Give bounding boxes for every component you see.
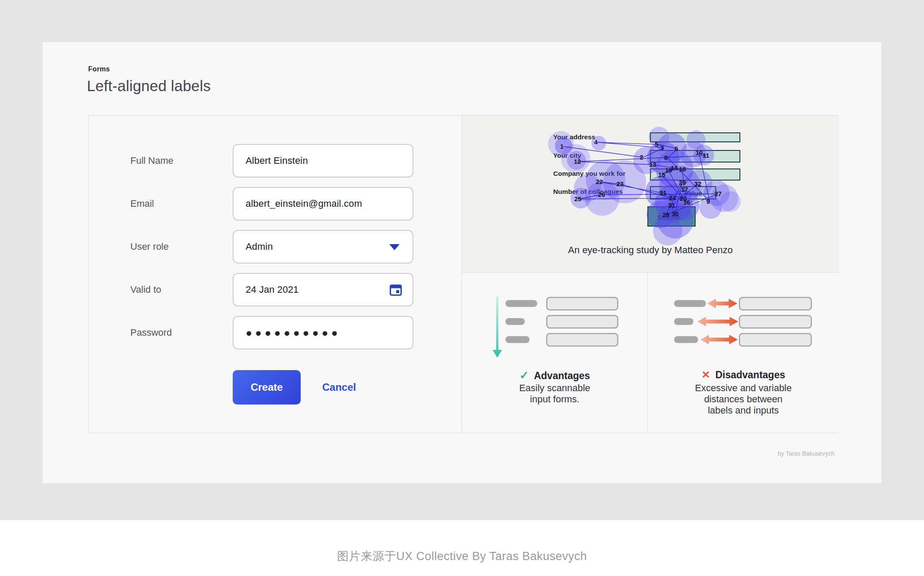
disadvantages-desc-line: labels and inputs xyxy=(648,405,839,416)
placeholder-input-box xyxy=(547,316,618,328)
placeholder-input-box xyxy=(547,297,618,310)
form-row-email: Email albert_einstein@gmail.com xyxy=(89,187,462,221)
disadvantages-title: Disadvantages xyxy=(715,369,785,380)
page-title: Left-aligned labels xyxy=(87,77,211,95)
full-name-value: Albert Einstein xyxy=(246,155,308,166)
fixation-number: 10 xyxy=(696,149,703,156)
fixation-number: 22 xyxy=(596,178,603,185)
distance-arrow xyxy=(697,317,738,326)
disadvantages-description: Excessive and variable distances between… xyxy=(648,383,839,416)
fixation-number: 27 xyxy=(715,190,722,197)
scan-direction-arrow xyxy=(493,297,502,358)
advantages-desc-line: input forms. xyxy=(462,394,647,405)
fixation-number: 9 xyxy=(706,198,710,205)
disadvantages-diagram xyxy=(670,295,816,368)
image-source-caption: 图片来源于UX Collective By Taras Bakusevych xyxy=(0,548,924,564)
fixation-number: 3 xyxy=(660,144,664,151)
distance-arrow xyxy=(700,335,738,344)
disadvantages-heading: ✕Disadvantages xyxy=(648,369,839,381)
heat-blob xyxy=(720,191,741,212)
fixation-number: 26 xyxy=(598,191,605,198)
email-value: albert_einstein@gmail.com xyxy=(246,198,362,209)
fixation-number: 8 xyxy=(664,154,668,161)
distance-arrow xyxy=(707,299,737,308)
study-caption: An eye-tracking study by Matteo Penzo xyxy=(462,245,839,256)
fixation-number: 28 xyxy=(662,211,670,218)
advantages-diagram xyxy=(493,295,622,368)
credit-text: by Taras Bakusevych xyxy=(778,450,835,457)
disadvantages-desc-line: Excessive and variable xyxy=(648,383,839,394)
fixation-number: 11 xyxy=(702,152,709,159)
placeholder-label-bar xyxy=(505,318,525,325)
placeholder-label-bar xyxy=(674,300,706,307)
fixation-number: 4 xyxy=(594,138,598,146)
check-icon: ✓ xyxy=(519,369,529,382)
form-row-full-name: Full Name Albert Einstein xyxy=(89,144,462,178)
placeholder-label-bar xyxy=(674,336,698,343)
valid-to-value: 24 Jan 2021 xyxy=(246,284,299,295)
fixation-number: 30 xyxy=(671,210,679,218)
user-role-value: Admin xyxy=(246,241,273,252)
advantages-panel: ✓Advantages Easily scannable input forms… xyxy=(462,273,648,433)
fixation-number: 2 xyxy=(640,153,643,161)
password-value: ●●●●●●●●●● xyxy=(246,316,341,349)
fixation-number: 15 xyxy=(658,171,665,178)
placeholder-label-bar xyxy=(505,336,530,343)
placeholder-input-box xyxy=(547,334,618,346)
fixation-number: 32 xyxy=(694,180,702,187)
create-button[interactable]: Create xyxy=(233,370,301,404)
fixation-number: 21 xyxy=(659,189,667,196)
main-card: Forms Left-aligned labels Full Name Albe… xyxy=(43,42,881,483)
chevron-down-icon xyxy=(389,244,400,250)
bottom-white-strip xyxy=(0,520,924,576)
fixation-number: 17 xyxy=(681,186,688,193)
fixation-number: 24 xyxy=(669,194,676,202)
cancel-link[interactable]: Cancel xyxy=(322,370,356,404)
form-panel: Full Name Albert Einstein Email albert_e… xyxy=(89,116,462,433)
eyebrow-label: Forms xyxy=(88,65,110,73)
fixation-number: 12 xyxy=(574,158,581,165)
email-label: Email xyxy=(130,187,154,221)
disadvantages-panel: ✕Disadvantages Excessive and variable di… xyxy=(648,273,839,433)
placeholder-input-box xyxy=(739,297,811,310)
placeholder-label-bar xyxy=(674,318,693,325)
content-grid: Full Name Albert Einstein Email albert_e… xyxy=(88,115,838,433)
fixation-number: 1 xyxy=(560,143,564,150)
full-name-label: Full Name xyxy=(130,144,173,178)
advantages-heading: ✓Advantages xyxy=(462,369,647,382)
fixation-number: 25 xyxy=(574,195,582,202)
fixation-number: 19 xyxy=(665,166,672,174)
form-row-valid-to: Valid to 24 Jan 2021 xyxy=(89,273,462,306)
valid-to-field[interactable]: 24 Jan 2021 xyxy=(233,273,413,306)
form-row-password: Password ●●●●●●●●●● xyxy=(89,316,462,349)
advantages-description: Easily scannable input forms. xyxy=(462,383,647,405)
full-name-field[interactable]: Albert Einstein xyxy=(233,144,413,178)
placeholder-input-box xyxy=(739,334,811,346)
fixation-number: 20 xyxy=(680,195,687,202)
disadvantages-desc-line: distances between xyxy=(648,394,839,405)
password-label: Password xyxy=(130,316,172,349)
advantages-desc-line: Easily scannable xyxy=(462,383,647,394)
fixation-number: 29 xyxy=(679,179,686,186)
user-role-label: User role xyxy=(130,230,169,263)
calendar-icon[interactable] xyxy=(389,283,402,296)
fixation-number: 5 xyxy=(655,141,658,148)
user-role-select[interactable]: Admin xyxy=(233,230,413,263)
fixation-number: 13 xyxy=(649,161,656,168)
valid-to-label: Valid to xyxy=(130,273,161,306)
email-field[interactable]: albert_einstein@gmail.com xyxy=(233,187,413,221)
placeholder-input-box xyxy=(739,316,811,328)
fixation-number: 18 xyxy=(679,165,686,173)
eye-tracking-heatmap: Your addressYour cityCompany you work fo… xyxy=(551,128,748,244)
password-field[interactable]: ●●●●●●●●●● xyxy=(233,316,413,349)
fixation-number: 23 xyxy=(616,180,624,187)
fixation-number: 6 xyxy=(675,145,678,152)
placeholder-label-bar xyxy=(505,300,537,307)
form-row-user-role: User role Admin xyxy=(89,230,462,263)
form-actions: Create Cancel xyxy=(89,370,462,404)
eye-tracking-panel: Your addressYour cityCompany you work fo… xyxy=(462,116,839,273)
heat-blob xyxy=(687,130,705,149)
x-icon: ✕ xyxy=(702,369,710,380)
advantages-title: Advantages xyxy=(534,370,590,381)
fixation-number: 31 xyxy=(668,202,675,209)
